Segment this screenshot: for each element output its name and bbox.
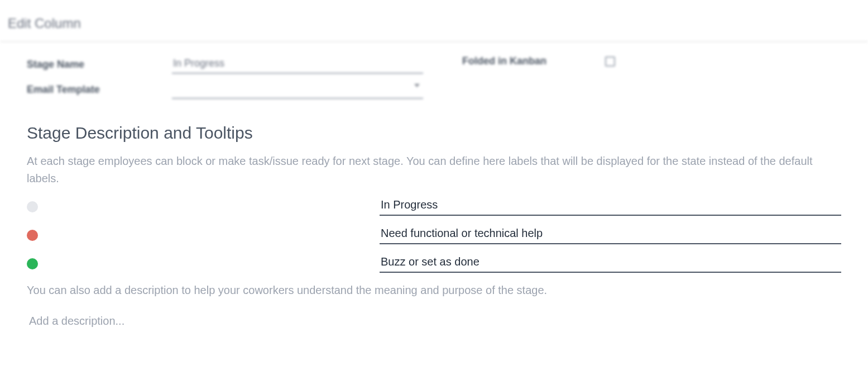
state-row-normal <box>27 197 841 216</box>
state-label-normal-input[interactable] <box>380 197 841 216</box>
state-label-blocked-input[interactable] <box>380 226 841 244</box>
section-helper-2: You can also add a description to help y… <box>27 284 841 297</box>
email-template-select[interactable] <box>172 80 423 99</box>
dialog-body: Stage Name Email Template Folded in Kanb… <box>0 42 868 329</box>
email-template-label: Email Template <box>27 84 172 96</box>
stage-name-input[interactable] <box>172 55 423 74</box>
dot-grey-icon <box>27 201 38 212</box>
dot-red-icon <box>27 230 38 241</box>
section-title: Stage Description and Tooltips <box>27 124 841 143</box>
top-form: Stage Name Email Template Folded in Kanb… <box>27 55 841 99</box>
stage-name-label: Stage Name <box>27 59 172 70</box>
folded-checkbox[interactable] <box>605 56 615 67</box>
dialog-title: Edit Column <box>0 0 868 42</box>
chevron-down-icon <box>414 84 420 87</box>
state-row-blocked <box>27 226 841 244</box>
state-label-done-input[interactable] <box>380 254 841 273</box>
state-labels-grid <box>27 197 841 273</box>
folded-label: Folded in Kanban <box>462 55 546 67</box>
section-helper-1: At each stage employees can block or mak… <box>27 153 841 187</box>
dot-green-icon <box>27 258 38 269</box>
state-row-done <box>27 254 841 273</box>
stage-description-input[interactable] <box>27 314 841 329</box>
